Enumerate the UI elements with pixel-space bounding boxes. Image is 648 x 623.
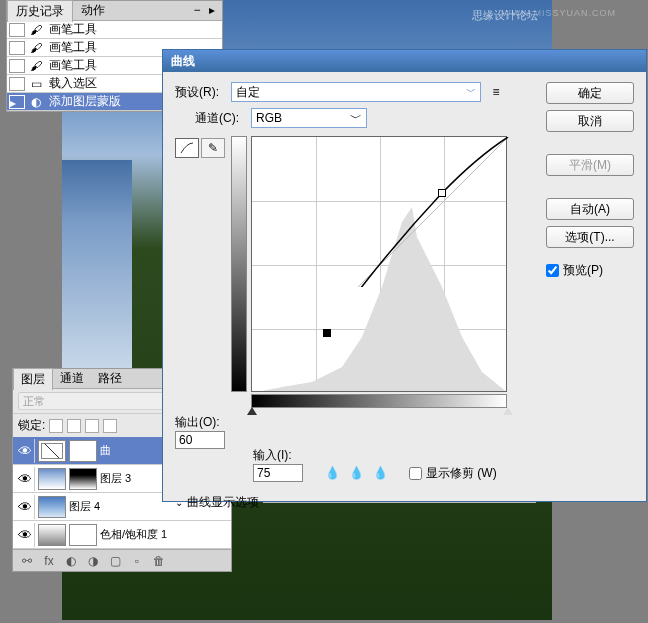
layer-thumb[interactable] <box>38 468 66 490</box>
preview-checkbox[interactable]: 预览(P) <box>546 262 634 279</box>
brush-icon: 🖌 <box>27 23 45 37</box>
white-point-slider[interactable] <box>503 407 513 415</box>
watermark-url: WWW.MISSYUAN.COM <box>502 8 616 18</box>
layer-mask-thumb[interactable] <box>69 524 97 546</box>
mask-icon: ◐ <box>27 95 45 109</box>
new-layer-icon[interactable]: ▫ <box>129 553 145 569</box>
lock-position-icon[interactable] <box>85 419 99 433</box>
visibility-icon[interactable]: 👁 <box>15 439 35 463</box>
channel-select[interactable]: RGB﹀ <box>251 108 367 128</box>
curve-point-selected[interactable] <box>323 329 331 337</box>
layer-mask-thumb[interactable] <box>69 440 97 462</box>
visibility-icon[interactable]: 👁 <box>15 467 35 491</box>
channel-label: 通道(C): <box>195 110 245 127</box>
chevron-down-icon: ⌄ <box>175 497 183 508</box>
output-input[interactable] <box>175 431 225 449</box>
curve-mode-pencil[interactable]: ✎ <box>201 138 225 158</box>
preset-select[interactable]: 自定﹀ <box>231 82 481 102</box>
tab-channels[interactable]: 通道 <box>53 368 91 389</box>
curves-graph[interactable] <box>251 136 507 392</box>
curve-mode-point[interactable] <box>175 138 199 158</box>
cancel-button[interactable]: 取消 <box>546 110 634 132</box>
folder-icon[interactable]: ▢ <box>107 553 123 569</box>
curves-dialog: 曲线 预设(R): 自定﹀ ≡ 通道(C): RGB﹀ ✎ <box>162 49 647 502</box>
curve-display-disclosure[interactable]: ⌄ 曲线显示选项 <box>175 494 536 511</box>
brush-icon: 🖌 <box>27 59 45 73</box>
mask-icon[interactable]: ◐ <box>63 553 79 569</box>
preset-label: 预设(R): <box>175 84 225 101</box>
curve-line <box>252 137 552 287</box>
visibility-icon[interactable]: 👁 <box>15 495 35 519</box>
blend-mode-select[interactable]: 正常 <box>18 392 184 410</box>
layer-thumb[interactable] <box>38 496 66 518</box>
tab-history[interactable]: 历史记录 <box>7 0 73 22</box>
brush-icon: 🖌 <box>27 41 45 55</box>
layer-thumb-curves[interactable] <box>38 440 66 462</box>
options-button[interactable]: 选项(T)... <box>546 226 634 248</box>
layers-footer: ⚯ fx ◐ ◑ ▢ ▫ 🗑 <box>13 549 231 571</box>
dialog-title: 曲线 <box>163 50 646 72</box>
layer-thumb-adj[interactable] <box>38 524 66 546</box>
tab-paths[interactable]: 路径 <box>91 368 129 389</box>
curve-point[interactable] <box>438 189 446 197</box>
input-input[interactable] <box>253 464 303 482</box>
trash-icon[interactable]: 🗑 <box>151 553 167 569</box>
output-label: 输出(O): <box>175 414 225 431</box>
adjustment-icon[interactable]: ◑ <box>85 553 101 569</box>
visibility-icon[interactable]: 👁 <box>15 523 35 547</box>
tab-actions[interactable]: 动作 <box>73 0 113 21</box>
close-icon[interactable]: ▸ <box>206 5 218 17</box>
link-icon[interactable]: ⚯ <box>19 553 35 569</box>
black-eyedropper-icon[interactable]: 💧 <box>323 464 341 482</box>
curve-mode-buttons: ✎ <box>175 138 225 158</box>
gray-eyedropper-icon[interactable]: 💧 <box>347 464 365 482</box>
output-gradient <box>231 136 247 392</box>
lock-paint-icon[interactable] <box>67 419 81 433</box>
auto-button[interactable]: 自动(A) <box>546 198 634 220</box>
lock-transparency-icon[interactable] <box>49 419 63 433</box>
layer-mask-thumb[interactable] <box>69 468 97 490</box>
lock-label: 锁定: <box>18 417 45 434</box>
show-clipping-checkbox[interactable]: 显示修剪 (W) <box>409 465 497 482</box>
chevron-down-icon: ﹀ <box>466 85 476 99</box>
input-label: 输入(I): <box>253 447 303 464</box>
chevron-down-icon: ﹀ <box>350 110 362 127</box>
black-point-slider[interactable] <box>247 407 257 415</box>
white-eyedropper-icon[interactable]: 💧 <box>371 464 389 482</box>
history-item[interactable]: 🖌画笔工具 <box>7 21 222 39</box>
minimize-icon[interactable]: − <box>191 5 203 17</box>
selection-icon: ▭ <box>27 77 45 91</box>
fx-icon[interactable]: fx <box>41 553 57 569</box>
history-tabs: 历史记录 动作 − ▸ <box>7 1 222 21</box>
layer-item[interactable]: 👁 色相/饱和度 1 <box>13 521 231 549</box>
lock-all-icon[interactable] <box>103 419 117 433</box>
input-gradient <box>251 394 507 408</box>
tab-layers[interactable]: 图层 <box>13 368 53 390</box>
canvas-strip <box>62 160 132 370</box>
preset-menu-icon[interactable]: ≡ <box>487 83 505 101</box>
smooth-button[interactable]: 平滑(M) <box>546 154 634 176</box>
ok-button[interactable]: 确定 <box>546 82 634 104</box>
